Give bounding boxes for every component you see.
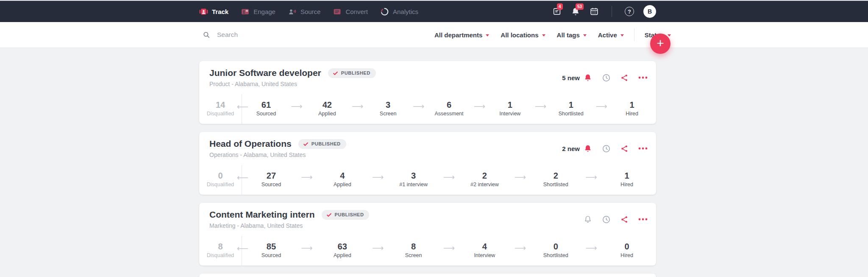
search-icon — [203, 31, 210, 39]
pipeline-stage-disqualified[interactable]: 14 Disqualified ⟵ — [199, 94, 242, 124]
job-bell-icon[interactable] — [584, 144, 592, 153]
pipeline-stage[interactable]: 85Sourced — [242, 236, 300, 266]
new-candidates-count: 2 new — [562, 145, 580, 152]
chevron-down-icon — [486, 34, 489, 36]
stage-label: #1 interview — [399, 182, 428, 187]
nav-label: Analytics — [393, 8, 418, 15]
stage-arrow-icon: ⟶ — [300, 244, 313, 252]
pipeline-stage[interactable]: 4Applied — [313, 165, 372, 195]
nav-item-convert[interactable]: Convert — [333, 7, 368, 16]
stage-count: 8 — [218, 241, 223, 252]
stage-arrow-icon: ⟶ — [514, 244, 526, 252]
pipeline-stage[interactable]: 8Screen — [384, 236, 443, 266]
recent-activity-icon[interactable] — [602, 73, 611, 82]
stage-label: Screen — [380, 111, 397, 117]
pipeline-stage[interactable]: 3Screen — [364, 94, 412, 124]
job-title[interactable]: Junior Software developer — [209, 68, 321, 78]
recent-activity-icon[interactable] — [602, 215, 611, 224]
tasks-icon[interactable]: 4 — [552, 7, 562, 16]
job-bell-icon[interactable] — [584, 215, 592, 224]
filter-departments[interactable]: All departments — [434, 31, 489, 39]
pipeline-stage[interactable]: 61Sourced — [242, 94, 290, 124]
job-card-header: Content Marketing intern PUBLISHED Marke… — [199, 203, 656, 236]
filter-locations[interactable]: All locations — [501, 31, 545, 39]
job-card: Head of Operations PUBLISHED Operations … — [199, 132, 656, 195]
pipeline-stage[interactable]: 4Interview — [455, 236, 514, 266]
pipeline-stage[interactable]: 63Applied — [313, 236, 372, 266]
pipeline-stage[interactable]: 3#1 interview — [384, 165, 443, 195]
engage-icon — [241, 7, 250, 16]
more-options-icon[interactable] — [638, 147, 648, 150]
top-nav-bar: Track Engage Source Convert Analytics — [0, 1, 868, 22]
stage-arrow-icon: ⟶ — [290, 102, 303, 110]
pipeline-stage[interactable]: 42Applied — [303, 94, 351, 124]
search-box — [203, 22, 356, 48]
job-title[interactable]: Content Marketing intern — [209, 210, 315, 220]
nav-item-engage[interactable]: Engage — [241, 7, 275, 16]
pipeline-stage-disqualified[interactable]: 0 Disqualified ⟵ — [199, 165, 242, 195]
stage-count: 42 — [323, 100, 332, 110]
stage-count: 63 — [338, 241, 347, 252]
pipeline-stage[interactable]: 2Shortlisted — [526, 165, 585, 195]
new-candidates[interactable]: 5 new — [562, 73, 592, 82]
stage-arrow-icon: ⟶ — [412, 102, 425, 110]
filter-tags[interactable]: All tags — [557, 31, 587, 39]
share-icon[interactable] — [620, 215, 629, 224]
stage-count: 0 — [218, 171, 223, 181]
analytics-icon — [380, 7, 389, 16]
job-cards-container: Junior Software developer PUBLISHED Prod… — [199, 61, 656, 277]
job-card-header-left: Content Marketing intern PUBLISHED Marke… — [209, 210, 369, 229]
nav-item-analytics[interactable]: Analytics — [380, 7, 418, 16]
pipeline-stage[interactable]: 2#2 interview — [455, 165, 514, 195]
job-title-row: Head of Operations PUBLISHED — [209, 139, 346, 149]
stage-label: Screen — [405, 252, 422, 258]
share-icon[interactable] — [620, 74, 629, 82]
nav-item-source[interactable]: Source — [288, 7, 321, 16]
pipeline-stage[interactable]: 1Shortlisted — [547, 94, 595, 124]
pipeline-stage[interactable]: 1Interview — [486, 94, 534, 124]
nav-item-track[interactable]: Track — [199, 7, 228, 16]
pipeline-stage[interactable]: 6Assessment — [425, 94, 473, 124]
filters-toolbar: All departments All locations All tags A… — [0, 22, 868, 48]
recent-activity-icon[interactable] — [602, 144, 611, 153]
new-candidates-count: 5 new — [562, 74, 580, 81]
pipeline-stage[interactable]: 1Hired — [598, 165, 656, 195]
job-title[interactable]: Head of Operations — [209, 139, 292, 149]
job-meta: Marketing - Alabama, United States — [209, 222, 369, 229]
more-options-icon[interactable] — [638, 218, 648, 221]
stage-arrow-icon: ⟶ — [585, 244, 598, 252]
stage-count: 27 — [267, 171, 276, 181]
pipeline-stage-disqualified[interactable]: 8 Disqualified ⟵ — [199, 236, 242, 266]
more-options-icon[interactable] — [638, 76, 648, 79]
filter-active[interactable]: Active — [598, 31, 624, 39]
new-candidates[interactable]: 2 new — [562, 144, 592, 153]
nav-label: Source — [300, 8, 321, 15]
notifications-badge: 53 — [576, 3, 584, 10]
published-status-label: PUBLISHED — [335, 212, 364, 217]
stage-label: Hired — [620, 252, 633, 258]
stage-label: Interview — [474, 252, 495, 258]
pipeline-stage[interactable]: 0Shortlisted — [526, 236, 585, 266]
search-input[interactable] — [216, 31, 356, 39]
published-status-badge: PUBLISHED — [298, 139, 346, 149]
pipeline-stage[interactable]: 0Hired — [598, 236, 656, 266]
add-job-button[interactable]: + — [650, 34, 670, 54]
user-avatar[interactable]: B — [643, 5, 656, 18]
chevron-down-icon — [583, 34, 587, 36]
chevron-down-icon — [668, 34, 671, 36]
help-icon[interactable]: ? — [625, 7, 634, 16]
share-icon[interactable] — [620, 145, 629, 153]
stage-label: Sourced — [262, 182, 281, 187]
calendar-icon[interactable] — [590, 7, 599, 16]
stage-count: 1 — [630, 100, 634, 110]
topbar-divider — [612, 6, 612, 17]
job-bell-icon[interactable] — [584, 73, 592, 82]
new-candidates[interactable] — [580, 215, 592, 224]
pipeline-stage[interactable]: 1Hired — [608, 94, 656, 124]
notifications-bell-icon[interactable]: 53 — [571, 7, 580, 16]
filter-label: All tags — [557, 31, 580, 39]
job-card-actions: 5 new — [562, 73, 648, 82]
pipeline-stage[interactable]: 27Sourced — [242, 165, 300, 195]
stage-count: 61 — [262, 100, 271, 110]
job-list: Junior Software developer PUBLISHED Prod… — [199, 61, 656, 266]
